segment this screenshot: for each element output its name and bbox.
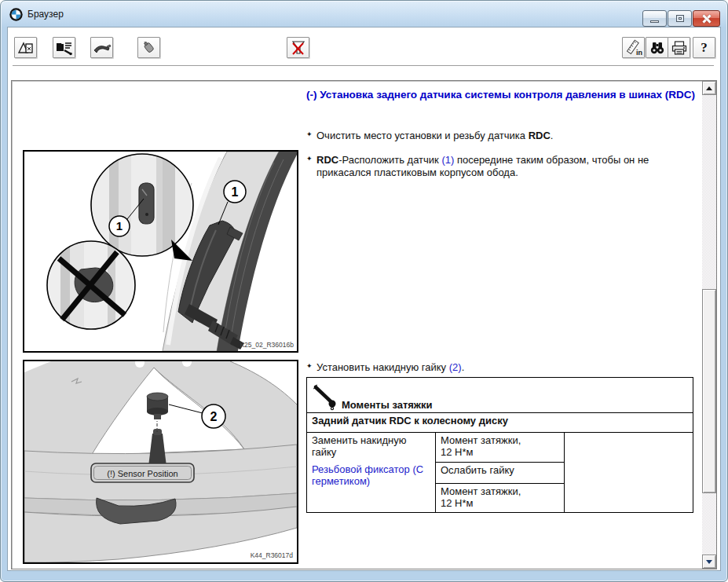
client-area: in ? [7, 27, 721, 571]
filter-remove-icon [290, 39, 307, 57]
document-folder-icon [56, 40, 73, 56]
torque-item-text: Заменить накидную гайку [312, 434, 406, 458]
bullet-position-sensor: ✦ RDC-Расположить датчик (1) посередине … [306, 154, 689, 179]
thread-locker-link[interactable]: Резьбовой фиксатор (С герметиком) [312, 463, 430, 487]
figure-union-nut[interactable]: 2 (!) Sensor Position K44_R36017d [23, 360, 298, 564]
figure1-graphic: 1 1 K25_02_R3601 [24, 152, 297, 351]
graphic-preview-icon [17, 40, 35, 56]
scroll-up-button[interactable] [702, 81, 716, 95]
table-row: Моменты затяжки [307, 378, 693, 413]
vertical-scrollbar[interactable] [702, 81, 716, 569]
torque-value-cell: Момент затяжки, 12 Н*м [436, 484, 565, 513]
toolbar-separator [13, 65, 714, 66]
torque-item-cell: Заменить накидную гайку Резьбовой фиксат… [307, 433, 436, 513]
bullet-icon: ✦ [306, 128, 313, 141]
sensor-position-badge: (!) Sensor Position [107, 469, 177, 478]
minimize-icon [650, 20, 659, 23]
torque-value-line: Ослабить гайку [441, 464, 559, 476]
units-label: in [636, 49, 642, 57]
figure2-callout: 2 [210, 410, 218, 423]
minimize-button[interactable] [642, 10, 667, 27]
document-view: 1 1 K25_02_R3601 [11, 80, 717, 569]
maximize-button[interactable] [668, 10, 692, 27]
bullet-icon: ✦ [306, 360, 313, 372]
torque-value-line: Момент затяжки, [441, 485, 559, 497]
window-title: Браузер [27, 9, 64, 20]
bullet2-keyword: RDC [316, 154, 338, 166]
graphic-preview-button[interactable] [14, 37, 37, 58]
help-button[interactable]: ? [693, 37, 715, 58]
figure1-callout-inner: 1 [116, 219, 123, 232]
scrollbar-thumb[interactable] [702, 289, 716, 493]
print-button[interactable] [668, 37, 690, 58]
torque-value-cell: Ослабить гайку [436, 463, 565, 484]
bmw-logo-icon [9, 8, 23, 21]
torque-value-line: 12 Н*м [441, 497, 559, 509]
window-controls [642, 10, 720, 27]
printer-icon [671, 40, 688, 56]
special-tools-button[interactable] [90, 37, 113, 58]
bullet3-text: Установить накидную гайку [316, 361, 449, 373]
bullet3-end: . [462, 361, 465, 373]
torque-table-subheader-cell: Задний датчик RDC к колесному диску [307, 413, 693, 433]
bullet2-text: -Расположить датчик [338, 154, 441, 166]
titlebar[interactable]: Браузер [1, 1, 727, 27]
torque-empty-cell [565, 433, 693, 513]
table-row: Задний датчик RDC к колесному диску [307, 413, 693, 433]
figure2-code: K44_R36017d [251, 551, 294, 559]
documents-button[interactable] [53, 37, 75, 58]
close-icon [702, 14, 711, 23]
scroll-down-button[interactable] [702, 555, 716, 569]
adhesive-button[interactable] [137, 37, 160, 58]
figure-rdc-sensor-position[interactable]: 1 1 K25_02_R3601 [23, 150, 298, 353]
bullet1-end: . [551, 130, 554, 141]
browser-window: Браузер [0, 0, 728, 582]
bullet1-keyword: RDC [529, 130, 551, 141]
bullet-icon: ✦ [306, 152, 313, 165]
search-button[interactable] [646, 37, 668, 58]
torque-value-line: Момент затяжки, [441, 434, 559, 446]
maximize-icon [676, 15, 684, 22]
torque-value-cell: Момент затяжки, 12 Н*м [436, 433, 565, 463]
remove-filter-button[interactable] [287, 37, 309, 58]
binoculars-icon [649, 40, 666, 56]
callout-ref-2[interactable]: (2) [449, 361, 462, 373]
adhesive-bottle-icon [141, 40, 158, 56]
figure2-graphic: 2 (!) Sensor Position K44_R36017d [24, 361, 297, 562]
bullet-install-nut: ✦ Установить накидную гайку (2). [306, 361, 689, 374]
help-icon: ? [701, 40, 708, 56]
scroll-up-icon [706, 86, 712, 90]
special-tool-icon [93, 40, 112, 56]
figure1-code: K25_02_R36016b [240, 341, 294, 349]
torque-table-title: Моменты затяжки [342, 399, 433, 411]
torque-table-header-cell: Моменты затяжки [307, 378, 693, 413]
page-title: (-) Установка заднего датчика системы ко… [306, 86, 699, 103]
table-row: Заменить накидную гайку Резьбовой фиксат… [307, 433, 693, 463]
torque-wrench-icon [312, 384, 340, 411]
close-button[interactable] [693, 10, 720, 27]
bullet-clean-sensor: ✦ Очистить место установки и резьбу датч… [306, 130, 689, 142]
units-button[interactable]: in [622, 37, 645, 58]
figure1-callout: 1 [232, 185, 239, 199]
bullet1-text: Очистить место установки и резьбу датчик… [316, 130, 529, 141]
scroll-down-icon [706, 560, 712, 564]
torque-value-line: 12 Н*м [441, 446, 559, 458]
torque-table: Моменты затяжки Задний датчик RDC к коле… [306, 377, 693, 513]
callout-ref-1[interactable]: (1) [441, 154, 454, 166]
